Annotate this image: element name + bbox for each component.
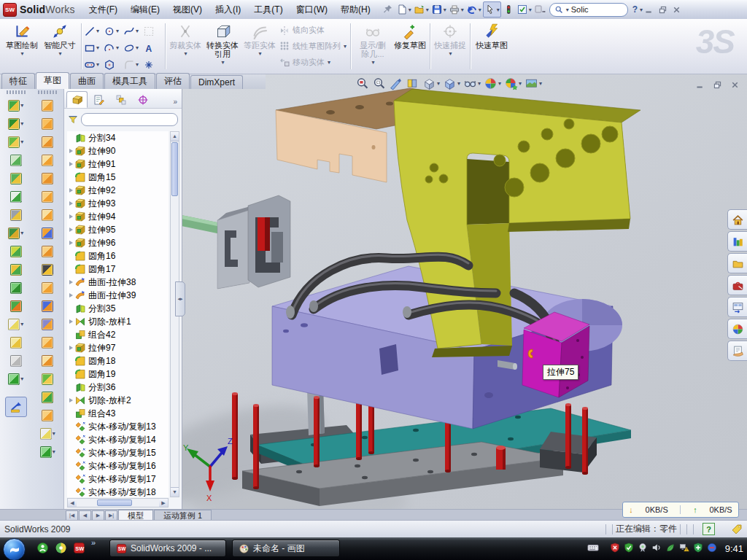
fm-tabs-overflow-icon[interactable]: »: [173, 98, 179, 108]
cm-button-sketch[interactable]: 草图绘制▾: [3, 20, 41, 72]
dropdown-icon[interactable]: ▾: [529, 7, 532, 13]
dropdown-icon[interactable]: ▾: [437, 80, 440, 87]
doc-restore-button[interactable]: [713, 80, 722, 90]
suite-ball-launch-button[interactable]: [55, 542, 67, 556]
dropdown-icon[interactable]: ▾: [136, 28, 139, 34]
swept-surface-button[interactable]: [42, 133, 53, 151]
edit-appearance-button[interactable]: ▾: [483, 76, 502, 91]
ellipse-button[interactable]: ▾: [123, 39, 143, 56]
cm-button-smartdim[interactable]: 智能尺寸▾: [41, 20, 79, 72]
network-warning-tray-icon[interactable]: [679, 542, 689, 555]
display-style-button[interactable]: ▾: [442, 76, 461, 91]
tab-特征[interactable]: 特征: [1, 73, 35, 89]
linear-pattern-button[interactable]: ▾: [8, 224, 23, 242]
feature-tree-item[interactable]: 分割34: [67, 131, 169, 144]
expand-arrow-icon[interactable]: [67, 280, 75, 284]
pin-button[interactable]: [382, 2, 395, 17]
menu-item[interactable]: 窗口(W): [290, 1, 334, 19]
tab-评估[interactable]: 评估: [156, 73, 190, 89]
undo-button[interactable]: ▾: [465, 2, 482, 17]
dropdown-icon[interactable]: ▾: [20, 230, 23, 236]
overflow-button[interactable]: [533, 2, 546, 17]
dropdown-icon[interactable]: ▾: [96, 61, 99, 68]
dropdown-icon[interactable]: ▾: [20, 139, 23, 145]
split-body-button[interactable]: [10, 260, 22, 279]
feature-tree-item[interactable]: 圆角18: [67, 354, 169, 368]
menu-item[interactable]: 插入(I): [209, 1, 247, 19]
tab-模型[interactable]: 模型: [118, 510, 153, 521]
help-dropdown-icon[interactable]: ▾: [640, 7, 643, 13]
spline-button[interactable]: ▾: [123, 23, 143, 39]
dome-button[interactable]: [42, 388, 53, 406]
new-document-button[interactable]: ▾: [395, 2, 412, 17]
expand-arrow-icon[interactable]: [67, 228, 75, 232]
search-dropdown-icon[interactable]: ▾: [566, 7, 569, 13]
menu-item[interactable]: 工具(T): [247, 1, 289, 19]
toolbar-grip[interactable]: [7, 90, 26, 94]
network-speed-overlay[interactable]: ↓ 0KB/S ↑ 0KB/S: [622, 502, 739, 518]
knit-surface-button[interactable]: [42, 351, 53, 370]
thicken-button[interactable]: [42, 370, 53, 388]
extruded-cut-button[interactable]: ▾: [8, 114, 23, 133]
security-red-tray-icon[interactable]: [610, 542, 620, 555]
fm-tab-dimxpert-manager[interactable]: [132, 91, 153, 108]
feature-tree-item[interactable]: 拉伸93: [67, 197, 169, 210]
tab-nav-button[interactable]: |◀: [66, 510, 78, 521]
taskpane-tab-toolbox[interactable]: [727, 275, 747, 295]
dropdown-icon[interactable]: ▾: [58, 50, 61, 58]
replace-face-button[interactable]: [42, 279, 53, 297]
cm-button-rapid[interactable]: 快速草图: [473, 20, 511, 72]
instant3d-button[interactable]: [5, 397, 27, 417]
tab-曲面[interactable]: 曲面: [70, 73, 104, 89]
volume-tray-icon[interactable]: [651, 542, 662, 555]
expand-arrow-icon[interactable]: [67, 319, 75, 324]
surface-flange-button[interactable]: [42, 406, 53, 424]
slot-button[interactable]: ▾: [84, 56, 104, 73]
feature-tree-item[interactable]: 圆角17: [67, 262, 169, 276]
reference-geometry-button[interactable]: ▾: [8, 315, 23, 333]
curve-button[interactable]: ▾: [40, 443, 55, 461]
help-button[interactable]: ?: [631, 4, 639, 15]
apply-scene-button[interactable]: ▾: [503, 76, 522, 91]
scroll-down-icon[interactable]: ▼: [171, 487, 179, 497]
minimize-button[interactable]: [644, 5, 654, 15]
scroll-right-icon[interactable]: ▶: [159, 499, 168, 507]
feature-tree-item[interactable]: 组合42: [67, 328, 169, 341]
dropdown-icon[interactable]: ▾: [444, 7, 446, 13]
arc-button[interactable]: ▾: [104, 39, 123, 56]
print-button[interactable]: ▾: [448, 2, 465, 17]
menu-item[interactable]: 文件(F): [82, 1, 124, 19]
menu-item[interactable]: 视图(V): [166, 1, 209, 19]
menu-item[interactable]: 编辑(E): [124, 1, 166, 19]
view-settings-button[interactable]: ▾: [524, 76, 543, 91]
restore-button[interactable]: [658, 5, 667, 15]
dropdown-icon[interactable]: ▾: [20, 50, 23, 58]
polygon-button[interactable]: [104, 56, 123, 73]
expand-arrow-icon[interactable]: [67, 214, 75, 219]
dropdown-icon[interactable]: ▾: [426, 7, 429, 13]
doc-close-button[interactable]: [730, 80, 740, 90]
fillet-button[interactable]: ▾: [8, 133, 23, 151]
scroll-up-icon[interactable]: ▲: [171, 132, 179, 141]
split-button[interactable]: [10, 242, 22, 260]
feature-tree-item[interactable]: 实体-移动/复制18: [67, 486, 169, 497]
filled-surface-button[interactable]: [42, 187, 53, 206]
boundary-surface-button[interactable]: [42, 169, 53, 187]
dropdown-icon[interactable]: ▾: [519, 80, 522, 87]
plane-button[interactable]: [10, 333, 22, 351]
feature-tree-item[interactable]: 切除-放样2: [67, 394, 169, 407]
open-button[interactable]: ▾: [413, 2, 430, 17]
trim-surface-button[interactable]: [42, 315, 53, 333]
feature-tree-item[interactable]: 实体-移动/复制16: [67, 459, 169, 472]
feature-tree-item[interactable]: 圆角15: [67, 171, 169, 184]
feature-tree-item[interactable]: 实体-移动/复制17: [67, 472, 169, 486]
feature-tree-item[interactable]: 拉伸96: [67, 236, 169, 249]
expand-arrow-icon[interactable]: [67, 149, 75, 153]
revolved-surface-button[interactable]: [42, 114, 53, 133]
certificate-tray-icon[interactable]: [638, 542, 648, 555]
lofted-boss-button[interactable]: [10, 169, 22, 187]
sync-blocked-tray-icon[interactable]: [707, 542, 717, 555]
tab-nav-button[interactable]: ◀: [79, 510, 91, 521]
dropdown-icon[interactable]: ▾: [478, 80, 481, 87]
taskpane-tab-view-palette[interactable]: [727, 297, 747, 317]
